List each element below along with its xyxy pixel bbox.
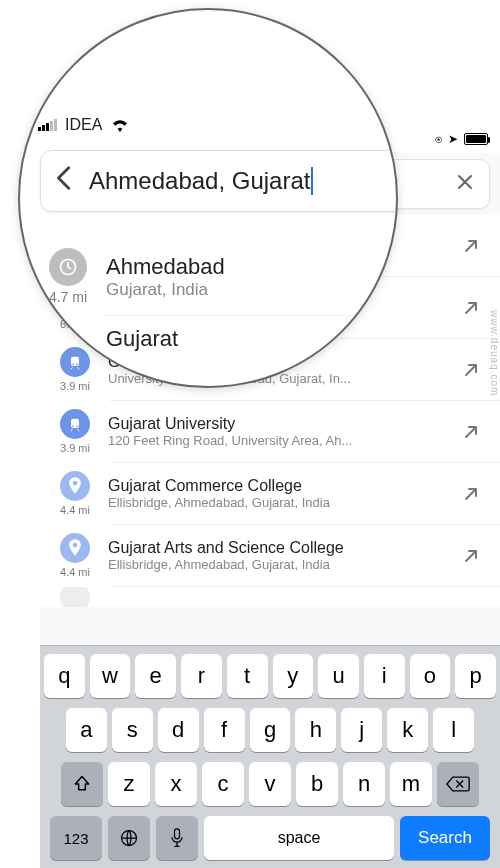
wifi-icon (110, 118, 130, 132)
key-g[interactable]: g (250, 708, 291, 752)
svg-point-7 (76, 425, 78, 427)
result-distance: 3.9 mi (60, 380, 90, 392)
svg-point-4 (76, 363, 78, 365)
insert-arrow-icon[interactable] (456, 300, 486, 316)
pin-icon (60, 471, 90, 501)
key-shift[interactable] (61, 762, 103, 806)
insert-arrow-icon[interactable] (456, 424, 486, 440)
key-x[interactable]: x (155, 762, 197, 806)
clear-icon[interactable] (451, 168, 479, 200)
magnifier-status-bar: IDEA 7:56 PM (20, 110, 398, 140)
key-v[interactable]: v (249, 762, 291, 806)
key-m[interactable]: m (390, 762, 432, 806)
key-c[interactable]: c (202, 762, 244, 806)
result-distance: 4.4 mi (60, 566, 90, 578)
key-j[interactable]: j (341, 708, 382, 752)
key-e[interactable]: e (135, 654, 176, 698)
keyboard: q w e r t y u i o p a s d f g h j k l z (40, 645, 500, 868)
watermark: www.deuaq.com (489, 310, 500, 396)
result-distance: 4.4 mi (60, 504, 90, 516)
result-subtitle: 120 Feet Ring Road, University Area, Ah.… (108, 433, 456, 448)
key-w[interactable]: w (90, 654, 131, 698)
insert-arrow-icon[interactable] (456, 362, 486, 378)
key-l[interactable]: l (433, 708, 474, 752)
pin-icon (60, 587, 90, 607)
key-n[interactable]: n (343, 762, 385, 806)
back-icon[interactable] (55, 165, 89, 197)
key-r[interactable]: r (181, 654, 222, 698)
key-numbers[interactable]: 123 (50, 816, 102, 860)
insert-arrow-icon[interactable] (456, 238, 486, 254)
key-s[interactable]: s (112, 708, 153, 752)
key-d[interactable]: d (158, 708, 199, 752)
magnifier-search-bar[interactable]: Ahmedabad, Gujarat (40, 150, 398, 212)
result-item[interactable]: 3.9 mi Gujarat University 120 Feet Ring … (40, 401, 500, 462)
carrier-name: IDEA (65, 116, 102, 134)
key-h[interactable]: h (295, 708, 336, 752)
key-search[interactable]: Search (400, 816, 490, 860)
svg-point-3 (72, 363, 74, 365)
result-subtitle: Gujarat, India (106, 280, 398, 300)
result-item[interactable]: 4.4 mi Gujarat Arts and Science College … (40, 525, 500, 586)
search-input[interactable]: Ahmedabad, Gujarat (89, 167, 310, 195)
svg-point-6 (72, 425, 74, 427)
key-o[interactable]: o (410, 654, 451, 698)
pin-icon (60, 533, 90, 563)
result-subtitle: Ellisbridge, Ahmedabad, Gujarat, India (108, 495, 456, 510)
magnifier-result[interactable]: 4.7 mi Ahmedabad Gujarat, India (20, 238, 398, 315)
result-subtitle: Ellisbridge, Ahmedabad, Gujarat, India (108, 557, 456, 572)
result-title: Ahmedabad (106, 254, 398, 280)
insert-arrow-icon[interactable] (456, 548, 486, 564)
key-k[interactable]: k (387, 708, 428, 752)
svg-point-8 (73, 481, 78, 486)
result-title: Gujarat University (108, 415, 456, 433)
svg-rect-11 (175, 829, 180, 839)
key-y[interactable]: y (273, 654, 314, 698)
train-icon (60, 409, 90, 439)
key-z[interactable]: z (108, 762, 150, 806)
result-distance: 4.7 mi (49, 289, 87, 305)
history-icon (49, 248, 87, 286)
key-f[interactable]: f (204, 708, 245, 752)
key-t[interactable]: t (227, 654, 268, 698)
result-title: Gujarat Arts and Science College (108, 539, 456, 557)
result-item[interactable] (40, 587, 500, 607)
key-u[interactable]: u (318, 654, 359, 698)
result-title: Gujarat Commerce College (108, 477, 456, 495)
key-b[interactable]: b (296, 762, 338, 806)
svg-point-9 (73, 543, 78, 548)
key-q[interactable]: q (44, 654, 85, 698)
svg-rect-2 (71, 357, 79, 366)
key-a[interactable]: a (66, 708, 107, 752)
key-mic[interactable] (156, 816, 198, 860)
result-item[interactable]: 4.4 mi Gujarat Commerce College Ellisbri… (40, 463, 500, 524)
key-globe[interactable] (108, 816, 150, 860)
insert-arrow-icon[interactable] (456, 486, 486, 502)
svg-rect-5 (71, 419, 79, 428)
magnifier-overlay: IDEA 7:56 PM Ahmedabad, Gujarat 4.7 mi A… (18, 8, 398, 388)
key-backspace[interactable] (437, 762, 479, 806)
key-space[interactable]: space (204, 816, 394, 860)
battery-icon (464, 133, 488, 145)
train-icon (60, 347, 90, 377)
key-p[interactable]: p (455, 654, 496, 698)
key-i[interactable]: i (364, 654, 405, 698)
signal-icon (38, 119, 57, 131)
result-distance: 3.9 mi (60, 442, 90, 454)
